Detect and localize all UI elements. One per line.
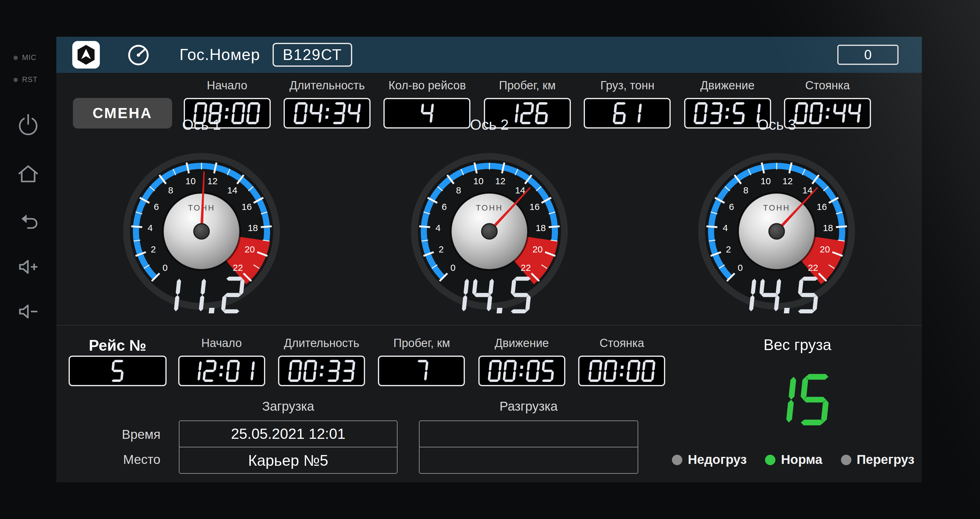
gauge-title: Ось 1 xyxy=(110,116,293,135)
trip-title: Рейс № xyxy=(68,336,167,354)
unloading-title: Разгрузка xyxy=(419,399,638,414)
trip-mileage-display xyxy=(378,356,465,386)
svg-text:12: 12 xyxy=(783,176,792,186)
col-label: Начало xyxy=(201,336,242,351)
time-label: Время xyxy=(68,427,161,442)
gauge-title: Ось 2 xyxy=(398,116,581,135)
dashboard-panel: Гос.Номер В129СТ 0 СМЕНА Начало Длительн… xyxy=(56,37,922,482)
col-label: Длительность xyxy=(290,79,365,94)
svg-text:8: 8 xyxy=(743,185,748,195)
trip-moving-display xyxy=(478,356,565,386)
volume-down-icon xyxy=(16,299,40,324)
gauge-readout xyxy=(398,277,581,313)
svg-text:8: 8 xyxy=(456,185,461,195)
status-normal: Норма xyxy=(765,452,822,467)
power-button[interactable] xyxy=(16,113,40,137)
svg-text:6: 6 xyxy=(729,202,734,212)
back-button[interactable] xyxy=(16,209,40,233)
col-label: Стоянка xyxy=(600,336,644,351)
speedometer-icon[interactable] xyxy=(126,42,151,68)
status-underload: Недогруз xyxy=(672,452,747,467)
svg-text:16: 16 xyxy=(242,202,252,212)
shift-col-cargo: Груз, тонн xyxy=(577,79,678,129)
status-label: Норма xyxy=(781,452,822,467)
svg-text:12: 12 xyxy=(207,176,218,186)
cargo-weight-display xyxy=(730,374,865,425)
trip-col-parking: Стоянка xyxy=(572,336,672,386)
home-button[interactable] xyxy=(16,162,40,186)
app-logo-icon xyxy=(72,41,100,68)
svg-text:ТОНН: ТОНН xyxy=(763,203,791,213)
svg-text:14: 14 xyxy=(227,185,237,195)
col-label: Длительность xyxy=(284,336,359,351)
shift-cargo-display xyxy=(584,98,671,129)
svg-text:16: 16 xyxy=(530,202,539,212)
plate-value[interactable]: В129СТ xyxy=(272,43,353,67)
loading-box: 25.05.2021 12:01 Карьер №5 xyxy=(179,421,398,474)
svg-text:2: 2 xyxy=(439,244,444,254)
cargo-weight-title: Вес груза xyxy=(730,336,865,354)
trip-parking-display xyxy=(579,356,665,386)
volume-up-icon xyxy=(16,255,40,279)
svg-text:18: 18 xyxy=(823,223,833,233)
svg-text:10: 10 xyxy=(761,176,771,186)
svg-text:18: 18 xyxy=(248,223,258,233)
trip-col-moving: Движение xyxy=(472,336,572,386)
trip-start-display xyxy=(178,356,265,386)
svg-text:10: 10 xyxy=(474,176,484,186)
trip-col-duration: Длительность xyxy=(272,336,372,386)
device-screen: MIC RST xyxy=(0,0,980,519)
loading-title: Загрузка xyxy=(179,399,398,414)
svg-text:6: 6 xyxy=(154,202,159,212)
home-icon xyxy=(16,162,40,186)
loading-time-value: 25.05.2021 12:01 xyxy=(180,421,397,447)
svg-text:18: 18 xyxy=(536,223,546,233)
col-label: Начало xyxy=(207,79,247,94)
gauge-readout xyxy=(110,277,293,313)
svg-text:4: 4 xyxy=(436,223,441,233)
col-label: Пробег, км xyxy=(393,336,450,351)
svg-text:0: 0 xyxy=(450,263,456,273)
svg-text:2: 2 xyxy=(151,244,156,254)
unloading-time-value xyxy=(420,421,638,447)
volume-up-button[interactable] xyxy=(16,255,40,279)
trip-number-display xyxy=(68,356,167,386)
unloading-place-value xyxy=(420,447,638,473)
svg-text:20: 20 xyxy=(533,244,542,254)
svg-text:22: 22 xyxy=(808,263,818,273)
volume-down-button[interactable] xyxy=(16,299,40,324)
trip-duration-display xyxy=(278,356,365,386)
back-arrow-icon xyxy=(16,209,40,233)
rst-led-icon xyxy=(13,78,18,82)
unloading-box xyxy=(419,421,638,474)
svg-text:2: 2 xyxy=(726,244,731,254)
gauge-readout xyxy=(685,277,869,313)
status-label: Недогруз xyxy=(688,452,747,467)
mic-led-icon xyxy=(13,56,18,60)
gauge-axle-1: Ось 1 0246810121416182022ТОНН xyxy=(110,116,293,311)
svg-text:12: 12 xyxy=(495,176,505,186)
section-divider xyxy=(56,325,922,325)
col-label: Стоянка xyxy=(805,79,850,94)
trip-col-start: Начало xyxy=(172,336,272,386)
trip-summary-row: Начало Длительность Пробег, км Движение … xyxy=(172,336,672,386)
normal-dot-icon xyxy=(765,454,775,465)
svg-text:16: 16 xyxy=(817,202,827,212)
trip-col-mileage: Пробег, км xyxy=(372,336,472,386)
gauge-axle-3: Ось 3 0246810121416182022ТОНН xyxy=(685,116,869,311)
gauge-title: Ось 3 xyxy=(685,116,869,135)
header-bar: Гос.Номер В129СТ 0 xyxy=(56,37,922,73)
rst-label: RST xyxy=(22,75,38,84)
svg-text:ТОНН: ТОНН xyxy=(476,203,503,213)
svg-text:4: 4 xyxy=(723,223,728,233)
load-status-row: Недогруз Норма Перегруз xyxy=(672,452,915,467)
svg-text:20: 20 xyxy=(820,244,830,254)
svg-text:22: 22 xyxy=(233,263,243,273)
mic-indicator: MIC xyxy=(13,53,37,62)
underload-dot-icon xyxy=(672,454,682,465)
svg-text:10: 10 xyxy=(186,176,196,186)
header-counter[interactable]: 0 xyxy=(837,45,899,65)
col-label: Движение xyxy=(495,336,549,351)
col-label: Груз, тонн xyxy=(600,79,654,94)
status-overload: Перегруз xyxy=(841,452,915,467)
